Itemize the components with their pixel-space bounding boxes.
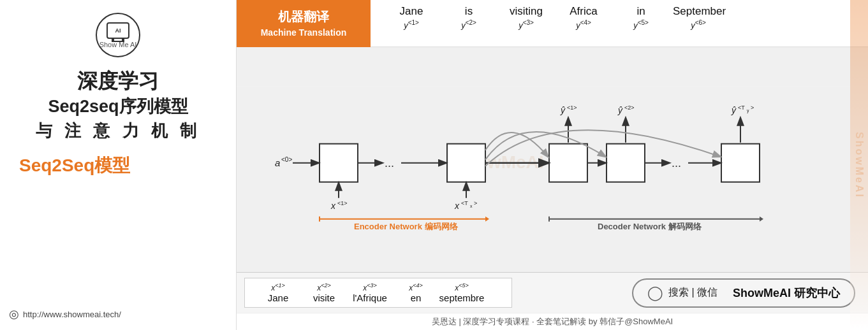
output-word-text: Jane [400, 5, 423, 18]
sidebar-title2: Seq2seq序列模型 [48, 96, 188, 118]
output-word-sub-col: y<5> [615, 19, 666, 30]
svg-text:<T: <T [738, 104, 745, 110]
diagram-area: ShowMeAI a <0> ... [237, 47, 868, 272]
input-word-text-col: Jane [255, 292, 301, 303]
url-icon: ◎ [9, 307, 19, 321]
svg-text:<2>: <2> [624, 104, 635, 110]
output-words-row-sub: y<1>y<2>y<3>y<4>y<5>y<6> [386, 19, 858, 30]
output-word-subscript: y<5> [633, 19, 649, 30]
bottom-row: x<1>x<2>x<3>x<4>x<5>Janevisitel'Afriquee… [237, 272, 868, 313]
main-top: 机器翻译 Machine Translation JaneisvisitingA… [237, 0, 868, 47]
input-word-text: visite [313, 292, 335, 303]
input-sup-text: x<5> [455, 282, 469, 292]
input-word-text: septembre [439, 292, 485, 303]
svg-text:<1>: <1> [567, 104, 577, 110]
sidebar-title1: 深度学习 [77, 69, 159, 93]
page-container: AI Show Me AI 深度学习 Seq2seq序列模型 与 注 意 力 机… [0, 0, 868, 330]
input-word-text: l'Afrique [353, 292, 387, 303]
sidebar: AI Show Me AI 深度学习 Seq2seq序列模型 与 注 意 力 机… [0, 0, 236, 330]
output-words-row-text: JaneisvisitingAfricainSeptember [386, 5, 858, 18]
output-word-col: in [615, 5, 666, 18]
input-word-col: x<2> [301, 282, 347, 292]
input-word-col: x<1> [255, 282, 301, 292]
svg-text:>: > [751, 104, 754, 110]
svg-text:x: x [454, 200, 460, 210]
svg-text:x: x [330, 200, 336, 210]
svg-rect-3 [447, 143, 485, 182]
input-word-text: en [411, 292, 422, 303]
logo-monitor-icon: AI [107, 22, 129, 39]
output-word-col: is [443, 5, 494, 18]
input-word-col: x<3> [347, 282, 393, 292]
svg-text:<1>: <1> [337, 199, 348, 206]
seq2seq-diagram: ShowMeAI a <0> ... [237, 47, 868, 272]
output-word-text: September [673, 5, 726, 18]
footer-text: 吴恩达 | 深度学习专项课程 · 全套笔记解读 by 韩信子@ShowMeAI [432, 317, 673, 326]
sidebar-section-label: Seq2Seq模型 [13, 154, 223, 178]
input-sup-text: x<2> [317, 282, 331, 292]
footer-bar: 吴恩达 | 深度学习专项课程 · 全套笔记解读 by 韩信子@ShowMeAI [237, 313, 868, 330]
wechat-box: ◯ 搜索 | 微信 ShowMeAI 研究中心 [512, 273, 868, 313]
input-sup-row: x<1>x<2>x<3>x<4>x<5> [255, 282, 501, 292]
svg-text:Encoder Network 编码网络: Encoder Network 编码网络 [354, 221, 459, 231]
sidebar-url-text: http://www.showmeai.tech/ [23, 310, 121, 319]
logo-ai-text: AI [115, 27, 121, 34]
logo-circle: AI Show Me AI [96, 13, 140, 57]
mt-label-en: Machine Translation [261, 27, 347, 39]
input-word-col: x<4> [393, 282, 439, 292]
input-word-col: x<5> [439, 282, 485, 292]
output-word-subscript: y<4> [576, 19, 591, 30]
input-sup-text: x<1> [271, 282, 285, 292]
input-sup-text: x<4> [409, 282, 423, 292]
svg-text:>: > [474, 199, 477, 206]
output-word-subscript: y<3> [519, 19, 534, 30]
svg-text:<T: <T [461, 199, 468, 206]
mt-label-zh: 机器翻译 [278, 8, 329, 25]
input-word-text-col: septembre [439, 292, 485, 303]
output-word-text: in [636, 5, 645, 18]
svg-text:<0>: <0> [281, 155, 292, 162]
output-word-subscript: y<2> [461, 19, 476, 30]
input-word-text: Jane [268, 292, 289, 303]
sidebar-url[interactable]: ◎ http://www.showmeai.tech/ [9, 307, 121, 321]
input-word-text-col: en [393, 292, 439, 303]
input-word-row: Janevisitel'Afriqueenseptembre [255, 292, 501, 303]
mt-label-box: 机器翻译 Machine Translation [237, 0, 371, 47]
svg-text:a: a [275, 157, 280, 168]
wechat-inner[interactable]: ◯ 搜索 | 微信 ShowMeAI 研究中心 [632, 278, 855, 308]
output-word-text: visiting [510, 5, 543, 18]
svg-rect-4 [549, 143, 587, 182]
output-word-sub-col: y<6> [673, 19, 724, 30]
output-word-text: Africa [570, 5, 597, 18]
svg-text:...: ... [385, 156, 394, 169]
svg-text:y: y [747, 108, 749, 113]
search-icon: ◯ [647, 285, 663, 301]
svg-text:x: x [470, 203, 473, 208]
svg-rect-5 [607, 143, 645, 182]
output-word-sub-col: y<1> [386, 19, 437, 30]
input-word-text-col: l'Afrique [347, 292, 393, 303]
svg-text:Decoder Network 解码网络: Decoder Network 解码网络 [598, 221, 702, 231]
wechat-name: ShowMeAI 研究中心 [733, 285, 840, 301]
output-word-subscript: y<6> [691, 19, 706, 30]
svg-rect-2 [320, 143, 358, 182]
output-word-col: Jane [386, 5, 437, 18]
svg-rect-6 [721, 143, 760, 182]
wechat-label: 搜索 | 微信 [668, 286, 717, 299]
output-words-panel: JaneisvisitingAfricainSeptember y<1>y<2>… [371, 0, 868, 47]
output-word-sub-col: y<4> [558, 19, 609, 30]
svg-text:ŷ: ŷ [731, 104, 737, 115]
input-sup-text: x<3> [363, 282, 377, 292]
output-word-col: visiting [501, 5, 552, 18]
svg-text:...: ... [672, 156, 681, 169]
input-table: x<1>x<2>x<3>x<4>x<5>Janevisitel'Afriquee… [244, 278, 512, 308]
output-word-text: is [465, 5, 473, 18]
input-word-text-col: visite [301, 292, 347, 303]
svg-text:ŷ: ŷ [560, 104, 566, 115]
output-word-col: September [673, 5, 726, 18]
logo-area: AI Show Me AI [96, 13, 140, 57]
output-word-sub-col: y<3> [501, 19, 552, 30]
output-word-col: Africa [558, 5, 609, 18]
output-word-subscript: y<1> [404, 19, 419, 30]
sidebar-title3: 与 注 意 力 机 制 [36, 120, 200, 142]
